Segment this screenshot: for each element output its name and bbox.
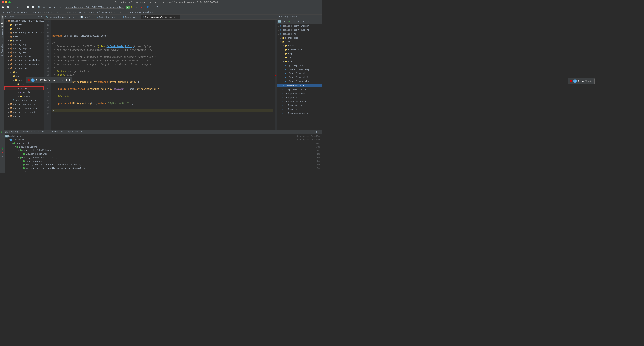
gradle-eclipsejdt[interactable]: ⚙ eclipseJdt <box>277 96 322 100</box>
breadcrumb-springframework[interactable]: springframework <box>90 11 110 14</box>
gradle-compiletestjava[interactable]: ⚙ compileTestJava <box>277 84 322 87</box>
code-editor[interactable]: ⊕ 16171819 20212223 24252627 28293031 32… <box>44 19 276 130</box>
tree-spring-icl[interactable]: ▶ 📦 spring-icl <box>4 114 44 118</box>
tree-spring-instrument[interactable]: ▶ 📦 spring-instrument <box>4 110 44 114</box>
favorites-tab[interactable]: 2: Favorites <box>1 43 4 57</box>
tree-spring-context[interactable]: ▶ 📦 spring-context <box>4 54 44 58</box>
gradle-spring-content[interactable]: ▶ ⚙ :spring-content-indexer <box>277 24 322 28</box>
gradle-add-btn[interactable]: + <box>282 19 286 24</box>
gradle-run-btn[interactable]: ▶ <box>287 19 291 24</box>
tab-demo1[interactable]: 📄 demo1 × <box>79 15 95 19</box>
next-btn[interactable]: ▶ <box>52 5 57 9</box>
minimize-button[interactable] <box>5 1 7 3</box>
structure-tab[interactable]: 2: Structure <box>1 28 4 42</box>
run-toggle-btn[interactable]: ⊟ <box>0 139 4 142</box>
gradle-eclipsewst[interactable]: ⚙ eclipseWstComponent <box>277 111 322 115</box>
find-btn[interactable]: 🔍 <box>37 5 41 9</box>
breadcrumb-module[interactable]: spring-core <box>46 11 60 14</box>
gradle-documentation[interactable]: ▶ 📁 documentation <box>277 48 322 52</box>
gradle-collapse-btn[interactable]: ⊖ <box>296 19 301 24</box>
tree-kotlin[interactable]: ▶ K kotlin <box>4 90 44 94</box>
run-clear-btn[interactable]: ✕ <box>0 155 4 158</box>
breadcrumb-class[interactable]: SpringNamingPolicy <box>129 11 153 14</box>
breadcrumb-src[interactable]: src <box>62 11 66 14</box>
breadcrumb-java[interactable]: java <box>76 11 82 14</box>
gradle-tasks[interactable]: ▼ 📁 Tasks <box>277 40 322 44</box>
tab-close-test[interactable]: × <box>137 16 140 18</box>
gradle-cleaneclassepath[interactable]: ⚙ cleanEclipseClasspath <box>277 68 322 71</box>
tab-spring-beans[interactable]: 🔧 spring-beans.gradle × <box>44 15 79 19</box>
build-btn[interactable]: ⬇ <box>58 5 63 9</box>
gradle-help[interactable]: ▶ 📁 help <box>277 52 322 56</box>
tree-spring-aspects[interactable]: ▶ 📦 spring-aspects <box>4 47 44 51</box>
profile-btn[interactable]: 👤 <box>146 5 150 9</box>
tree-spring-context-indexer[interactable]: ▶ 📦 spring-context-indexer <box>4 58 44 62</box>
project-settings-btn[interactable]: ⚙ <box>38 15 40 18</box>
gradle-eclipseproject[interactable]: ⚙ eclipseProject <box>277 104 322 107</box>
gradle-eclipsesettings[interactable]: ⚙ eclipseSettings <box>277 107 322 111</box>
tree-spring-core[interactable]: ▼ 📦 spring-core <box>4 66 44 70</box>
tree-resources[interactable]: ▶ 📁 resources <box>4 94 44 98</box>
gradle-other-folder[interactable]: ▼ 📁 other <box>277 60 322 64</box>
more-btn[interactable]: ⊞ <box>161 5 166 9</box>
gradle-spring-core[interactable]: ▼ ⚙ :spring-core <box>277 32 322 36</box>
gradle-cglibrepackjar[interactable]: ⚙ cglibRepackJar <box>277 64 322 68</box>
gradle-source-sets[interactable]: ▶ 📁 Source Sets <box>277 36 322 40</box>
gradle-filter-btn[interactable]: ▼ <box>292 19 296 24</box>
run-button[interactable]: ▶ <box>126 5 130 9</box>
tree-spring-context-support[interactable]: ▶ 📦 spring-context-support <box>4 62 44 66</box>
tree-spring-beans[interactable]: ▶ 📦 spring-beans <box>4 51 44 54</box>
run-settings-btn[interactable]: ⚙ <box>316 131 318 133</box>
run-scroll-btn[interactable]: ↓ <box>0 143 4 146</box>
breadcrumb-cglib[interactable]: cglib <box>113 11 119 14</box>
tab-test[interactable]: J Test.java × <box>121 15 142 19</box>
stop-btn[interactable]: ■ <box>140 5 144 9</box>
gradle-refresh-btn[interactable]: 🔄 <box>278 19 282 24</box>
code-content[interactable]: /.../ package org.springframework.cglib.… <box>51 19 275 130</box>
tree-spring-aop[interactable]: ▶ 📦 spring-aop <box>4 43 44 47</box>
debug-btn[interactable]: 🐛 <box>130 5 134 9</box>
cut-btn[interactable]: ✂ <box>21 5 26 9</box>
prev-btn[interactable]: ◀ <box>48 5 52 9</box>
breadcrumb-project[interactable]: spring-framework-5.0.13.RELEASE3 <box>1 11 43 14</box>
tab-springnamingpolicy[interactable]: J SpringNamingPolicy.java × <box>142 15 180 19</box>
tab-close-snp[interactable]: × <box>176 16 178 18</box>
gradle-cleaneclipseproject[interactable]: ⚙ cleanEclipseProject <box>277 79 322 83</box>
gradle-eclassepath[interactable]: ⚙ eclipseClasspath <box>277 92 322 96</box>
undo-btn[interactable]: ↩ <box>10 5 15 9</box>
run-rerun-btn[interactable]: ▶ <box>0 135 4 139</box>
paste-btn[interactable]: 📄 <box>31 5 35 9</box>
gradle-more-btn[interactable]: ⊞ <box>301 19 306 24</box>
tree-gradle2[interactable]: ▶ 📁 gradle <box>4 39 44 43</box>
breadcrumb-org[interactable]: org <box>84 11 88 14</box>
gradle-cleaneclipsejdt[interactable]: ⚙ cleanEclipseJdt <box>277 71 322 75</box>
gradle-compiletestkotlin[interactable]: ⚙ compileTestKotlin <box>277 88 322 92</box>
gradle-spring-context-support[interactable]: ▶ ⚙ :spring-context-support <box>277 28 322 32</box>
tab-indexdao[interactable]: J IndexDao.java × <box>95 15 121 19</box>
tree-spring-expression[interactable]: ▶ 📦 spring-expression <box>4 102 44 106</box>
breadcrumb-core[interactable]: core <box>122 11 127 14</box>
gradle-eclipsejdtprepare[interactable]: ⚙ eclipseJdtPrepare <box>277 100 322 104</box>
breadcrumb-main[interactable]: main <box>69 11 74 14</box>
run-stop-btn[interactable]: ■ <box>0 151 4 154</box>
copy-btn[interactable]: 📋 <box>26 5 30 9</box>
gradle-settings-btn[interactable]: ⚙ <box>306 19 310 24</box>
run-tree-btn[interactable]: 🌲 <box>0 147 4 150</box>
tree-buildsrc[interactable]: ▶ 📦 buildSrc [spring-build-src] <box>4 31 44 35</box>
tree-out[interactable]: ▶ 📁 out <box>4 70 44 74</box>
gradle-cleaneclipsejdtui[interactable]: ⚙ cleanEclipseJdtUi <box>277 75 322 79</box>
gradle-build-folder[interactable]: ▼ 📁 build <box>277 44 322 48</box>
run-close-btn[interactable]: ✕ <box>318 131 321 133</box>
settings-btn[interactable]: ⚙ <box>150 5 155 9</box>
tree-spring-framework-bom[interactable]: ▶ 📦 spring-framework-bom <box>4 106 44 110</box>
help-btn[interactable]: ? <box>155 5 160 9</box>
tree-gradle[interactable]: ▶ 📁 .gradle <box>4 23 44 27</box>
search-btn[interactable]: ⚙ <box>42 5 46 9</box>
tab-close-beans[interactable]: × <box>74 16 77 18</box>
save-btn[interactable]: 💾 <box>1 5 5 9</box>
tab-close-indexdao[interactable]: × <box>117 16 119 18</box>
coverage-btn[interactable]: ⚡ <box>135 5 139 9</box>
tree-java[interactable]: ▶ ☕ java <box>4 86 44 90</box>
tree-demo1[interactable]: ▶ 📦 demo1 <box>4 35 44 39</box>
project-close-btn[interactable]: ✕ <box>40 15 43 18</box>
